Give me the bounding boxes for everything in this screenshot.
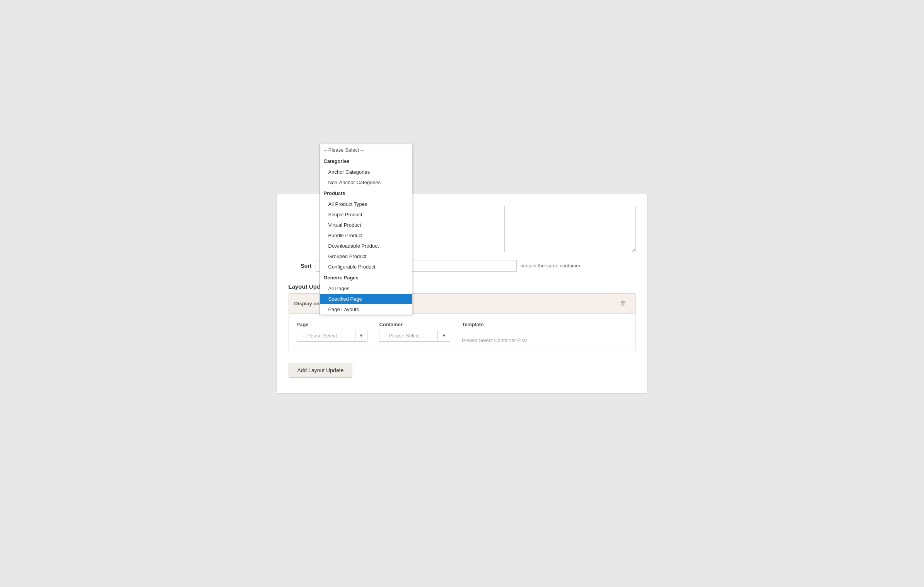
display-on-label: Display on (294, 301, 320, 306)
dropdown-item-bundle-product[interactable]: Bundle Product (320, 230, 412, 241)
page-label: Page (297, 322, 368, 327)
template-label: Template (462, 322, 527, 327)
page-select[interactable]: -- Please Select -- ▼ (297, 330, 368, 342)
dropdown-item-specified-page[interactable]: Specified Page (320, 294, 412, 304)
dropdown-item-simple-product[interactable]: Simple Product (320, 209, 412, 220)
container-label: Container (379, 322, 450, 327)
add-layout-update-button[interactable]: Add Layout Update (289, 363, 353, 378)
container-select[interactable]: -- Please Select -- ▼ (379, 330, 450, 342)
display-on-dropdown: -- Please Select -- Categories Anchor Ca… (319, 144, 412, 315)
dropdown-item-all-product-types[interactable]: All Product Types (320, 199, 412, 209)
page-select-arrow[interactable]: ▼ (355, 330, 367, 341)
template-col: Template Please Select Container First (462, 322, 527, 343)
sort-hint: nces in the same container (521, 263, 581, 269)
delete-layout-button[interactable]: 🗑 (617, 298, 630, 309)
template-hint: Please Select Container First (462, 337, 527, 343)
dropdown-list: -- Please Select -- Categories Anchor Ca… (319, 144, 412, 315)
container-col: Container -- Please Select -- ▼ (379, 322, 450, 342)
dropdown-item-downloadable-product[interactable]: Downloadable Product (320, 241, 412, 251)
dropdown-item-configurable-product[interactable]: Configurable Product (320, 262, 412, 272)
main-card: Sort nces in the same container -- Pleas… (277, 194, 648, 394)
group-header-products: Products (320, 188, 412, 199)
dropdown-item-anchor-categories[interactable]: Anchor Categories (320, 167, 412, 177)
dropdown-placeholder[interactable]: -- Please Select -- (320, 144, 412, 156)
sort-label: Sort (289, 263, 312, 269)
container-select-value: -- Please Select -- (379, 330, 437, 341)
sort-row: Sort nces in the same container -- Pleas… (289, 260, 636, 272)
group-header-generic-pages: Generic Pages (320, 272, 412, 283)
page-col: Page -- Please Select -- ▼ (297, 322, 368, 342)
sub-form-row: Page -- Please Select -- ▼ Container -- … (297, 322, 628, 343)
content-textarea[interactable] (504, 206, 636, 252)
dropdown-item-grouped-product[interactable]: Grouped Product (320, 251, 412, 262)
sub-form: Page -- Please Select -- ▼ Container -- … (289, 314, 636, 351)
dropdown-item-non-anchor-categories[interactable]: Non-Anchor Categories (320, 177, 412, 188)
page-select-value: -- Please Select -- (297, 330, 355, 341)
dropdown-item-page-layouts[interactable]: Page Layouts (320, 304, 412, 315)
dropdown-item-all-pages[interactable]: All Pages (320, 283, 412, 294)
dropdown-item-virtual-product[interactable]: Virtual Product (320, 220, 412, 230)
group-header-categories: Categories (320, 156, 412, 167)
container-select-arrow[interactable]: ▼ (437, 330, 450, 341)
